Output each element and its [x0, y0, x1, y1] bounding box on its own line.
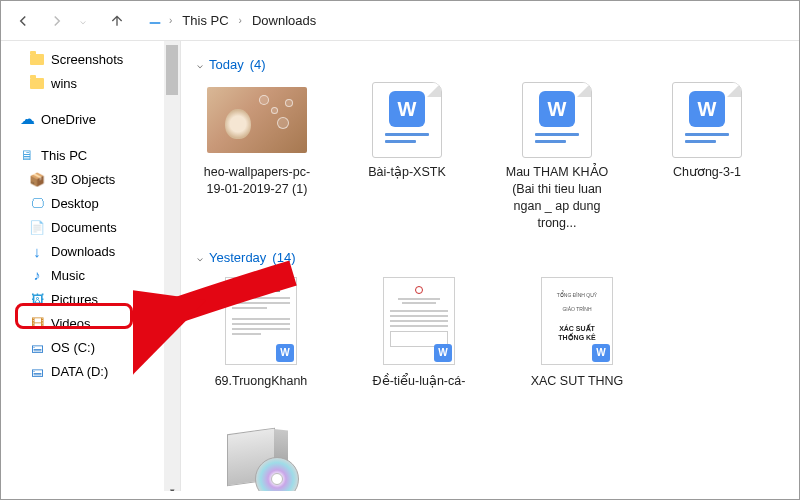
image-thumbnail	[207, 82, 307, 158]
file-item[interactable]: ChromeSetup	[197, 419, 325, 499]
breadcrumb-downloads[interactable]: Downloads	[248, 11, 320, 30]
sidebar-item-data-d[interactable]: 🖴DATA (D:)	[1, 359, 180, 383]
sidebar-item-wins[interactable]: wins	[1, 71, 180, 95]
sidebar-item-label: 3D Objects	[51, 172, 115, 187]
pictures-icon: 🖼	[29, 291, 45, 307]
chevron-down-icon: ⌵	[197, 59, 203, 70]
doc-preview-text: GIÁO TRÌNH	[546, 306, 608, 312]
sidebar-item-os-c[interactable]: 🖴OS (C:)	[1, 335, 180, 359]
doc-preview-text: TỔNG ĐÌNH QUỲ	[546, 292, 608, 298]
doc-preview-thumbnail: W	[211, 275, 311, 367]
group-count: (14)	[272, 250, 295, 265]
folder-icon	[29, 51, 45, 67]
wps-word-icon: W	[434, 344, 452, 362]
sidebar-item-label: Desktop	[51, 196, 99, 211]
desktop-icon: 🖵	[29, 195, 45, 211]
sidebar-item-label: Documents	[51, 220, 117, 235]
file-item[interactable]: TỔNG ĐÌNH QUỲ GIÁO TRÌNH XÁC SUẤT THỐNG …	[513, 275, 641, 390]
file-name: Bài-tập-XSTK	[347, 164, 467, 181]
chevron-down-icon: ⌵	[197, 252, 203, 263]
sidebar-item-label: Videos	[51, 316, 91, 331]
nav-up-button[interactable]	[107, 11, 127, 31]
sidebar-item-downloads[interactable]: ↓Downloads	[1, 239, 180, 263]
music-icon: ♪	[29, 267, 45, 283]
file-item[interactable]: heo-wallpapers-pc-19-01-2019-27 (1)	[197, 82, 317, 232]
file-item[interactable]: W Chương-3-1	[647, 82, 767, 232]
file-name: Đề-tiểu-luận-cá-	[355, 373, 483, 390]
file-item[interactable]: B	[355, 419, 375, 499]
folder-icon	[29, 75, 45, 91]
doc-thumbnail: W	[357, 82, 457, 158]
drive-icon: 🖴	[29, 339, 45, 355]
chevron-right-icon: ›	[239, 15, 242, 26]
crop-edge	[1, 491, 799, 499]
sidebar-item-label: Music	[51, 268, 85, 283]
onedrive-icon: ☁	[19, 111, 35, 127]
file-name: Chương-3-1	[647, 164, 767, 181]
doc-preview-text: XÁC SUẤT	[546, 324, 608, 333]
nav-recent-dropdown[interactable]: ⌵	[73, 11, 93, 31]
documents-icon: 📄	[29, 219, 45, 235]
file-name: XAC SUT THNG	[513, 373, 641, 390]
pc-icon: 🖥	[19, 147, 35, 163]
group-count: (4)	[250, 57, 266, 72]
file-item[interactable]: W 69.TruongKhanh	[197, 275, 325, 390]
doc-preview-thumbnail	[355, 419, 375, 499]
sidebar-item-label: OS (C:)	[51, 340, 95, 355]
sidebar-item-label: Pictures	[51, 292, 98, 307]
breadcrumb-this-pc[interactable]: This PC	[178, 11, 232, 30]
sidebar-item-videos[interactable]: 🎞Videos	[1, 311, 180, 335]
installer-thumbnail	[211, 419, 311, 499]
scrollbar-thumb[interactable]	[166, 45, 178, 95]
sidebar-item-documents[interactable]: 📄Documents	[1, 215, 180, 239]
doc-thumbnail: W	[657, 82, 757, 158]
sidebar-item-label: Downloads	[51, 244, 115, 259]
sidebar-item-music[interactable]: ♪Music	[1, 263, 180, 287]
sidebar-item-onedrive[interactable]: ☁OneDrive	[1, 107, 180, 131]
file-name: heo-wallpapers-pc-19-01-2019-27 (1)	[197, 164, 317, 198]
file-item[interactable]: W Đề-tiểu-luận-cá-	[355, 275, 483, 390]
drive-icon: 🖴	[29, 363, 45, 379]
wps-word-icon: W	[689, 91, 725, 127]
file-name: 69.TruongKhanh	[197, 373, 325, 390]
sidebar-item-pictures[interactable]: 🖼Pictures	[1, 287, 180, 311]
file-list-pane[interactable]: ⌵ Today (4) heo-wallpapers-pc-19-01-2019…	[181, 41, 799, 499]
navigation-pane[interactable]: Screenshots wins ☁OneDrive 🖥This PC 📦3D …	[1, 41, 181, 499]
cube-icon: 📦	[29, 171, 45, 187]
group-label: Today	[209, 57, 244, 72]
sidebar-item-3d-objects[interactable]: 📦3D Objects	[1, 167, 180, 191]
download-arrow-icon: ↓	[29, 243, 45, 259]
sidebar-item-label: Screenshots	[51, 52, 123, 67]
wps-word-icon: W	[389, 91, 425, 127]
file-item[interactable]: W Bài-tập-XSTK	[347, 82, 467, 232]
file-item[interactable]: W Mau THAM KHẢO (Bai thi tieu luan ngan …	[497, 82, 617, 232]
doc-thumbnail: W	[507, 82, 607, 158]
nav-back-button[interactable]	[13, 11, 33, 31]
wps-word-icon: W	[539, 91, 575, 127]
wps-word-icon: W	[592, 344, 610, 362]
group-header-today[interactable]: ⌵ Today (4)	[197, 57, 793, 72]
doc-preview-thumbnail: TỔNG ĐÌNH QUỲ GIÁO TRÌNH XÁC SUẤT THỐNG …	[527, 275, 627, 367]
group-header-yesterday[interactable]: ⌵ Yesterday (14)	[197, 250, 793, 265]
sidebar-scrollbar[interactable]: ▴ ▾	[164, 41, 180, 499]
sidebar-item-label: DATA (D:)	[51, 364, 108, 379]
file-name: Mau THAM KHẢO (Bai thi tieu luan ngan _ …	[497, 164, 617, 232]
sidebar-item-label: OneDrive	[41, 112, 96, 127]
group-label: Yesterday	[209, 250, 266, 265]
breadcrumb[interactable]: › This PC › Downloads	[147, 11, 320, 30]
doc-preview-thumbnail: W	[369, 275, 469, 367]
nav-forward-button[interactable]	[47, 11, 67, 31]
sidebar-item-desktop[interactable]: 🖵Desktop	[1, 191, 180, 215]
sidebar-item-label: This PC	[41, 148, 87, 163]
chevron-right-icon: ›	[169, 15, 172, 26]
doc-preview-text: THỐNG KÊ	[546, 333, 608, 342]
wps-word-icon: W	[276, 344, 294, 362]
videos-icon: 🎞	[29, 315, 45, 331]
sidebar-item-screenshots[interactable]: Screenshots	[1, 47, 180, 71]
download-folder-icon	[147, 11, 163, 30]
sidebar-item-this-pc[interactable]: 🖥This PC	[1, 143, 180, 167]
sidebar-item-label: wins	[51, 76, 77, 91]
